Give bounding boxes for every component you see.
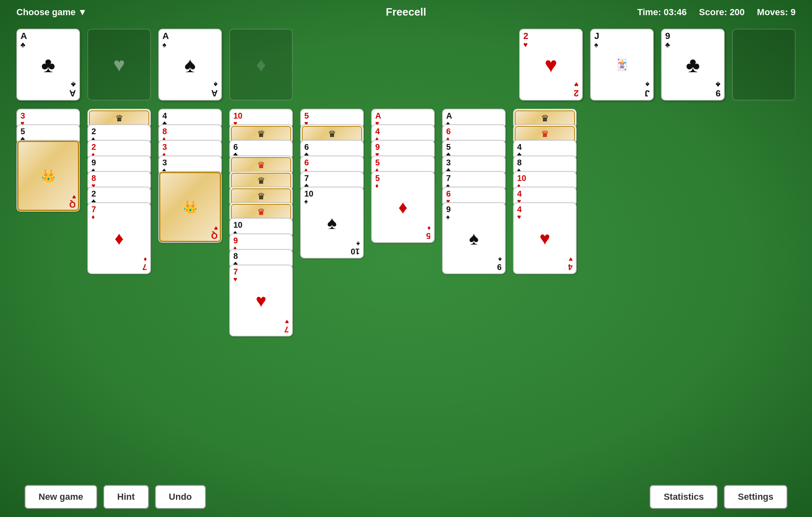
- statistics-button[interactable]: Statistics: [650, 485, 718, 509]
- freecell-4-slot[interactable]: ♦: [229, 29, 293, 101]
- card-rank-top: 3: [162, 158, 167, 167]
- card-rank-top: 7: [304, 174, 309, 182]
- card-suit-bottom: ♠: [498, 256, 502, 263]
- game-stats: Time: 03:46 Score: 200 Moves: 9: [637, 7, 796, 18]
- card-rank-top: 8: [91, 174, 96, 182]
- card-suit-bottom: ♣: [716, 81, 721, 88]
- column-2: J♣♛2♠2♦9♠8♥2♣7♦♦7♦: [87, 109, 151, 274]
- card-center-suit: ♣: [662, 30, 724, 100]
- card-col2-7[interactable]: 7♦♦7♦: [87, 202, 151, 274]
- card-rank-top: 4: [375, 127, 380, 135]
- hint-button[interactable]: Hint: [103, 485, 149, 509]
- card-suit: ♠: [594, 41, 598, 48]
- time-display: Time: 03:46: [637, 7, 687, 18]
- column-6: A♥4♦9♥5♦5♦♦5♦: [371, 109, 435, 243]
- card-suit-bottom: ♠: [214, 81, 218, 88]
- card-suit-bottom: ♥: [72, 194, 76, 200]
- header: Choose game ▼ Freecell Time: 03:46 Score…: [0, 0, 812, 25]
- card-rank-bottom: A: [69, 89, 76, 98]
- card-rank-top: 2: [91, 190, 96, 198]
- foundation-2[interactable]: J ♠ 🃏 J ♠: [590, 29, 654, 101]
- card-rank-bottom: 2: [574, 89, 579, 98]
- settings-button[interactable]: Settings: [724, 485, 787, 509]
- new-game-button[interactable]: New game: [25, 485, 97, 509]
- card-col7-7[interactable]: 9♠♠9♠: [442, 202, 506, 274]
- card-suit-bottom: ♥: [285, 318, 289, 325]
- card-rank-top: 5: [304, 112, 309, 120]
- card-rank-bottom: J: [645, 89, 650, 98]
- card-suit-bottom: ♠: [356, 240, 360, 247]
- card-rank-top: 10: [233, 112, 242, 120]
- card-rank: A: [162, 32, 169, 41]
- card-center: ♦: [372, 172, 434, 242]
- right-buttons: Statistics Settings: [650, 485, 787, 509]
- freecell-2-slot[interactable]: ♥: [87, 29, 151, 101]
- card-rank-top: 5: [21, 127, 25, 135]
- column-7: A♠6♦5♣3♣7♠6♥9♠♠9♠: [442, 109, 506, 274]
- card-center-suit: ♥: [520, 30, 582, 100]
- column-8: K♠♛Q♦♛4♣8♠10♦4♥4♥♥4♥: [513, 109, 577, 274]
- card-suit: ♣: [665, 41, 670, 48]
- card-rank-bottom: 10: [351, 247, 360, 256]
- slot-suit-icon: ♦: [256, 53, 266, 76]
- card-suit: ♥: [523, 41, 528, 48]
- card-rank-bottom: A: [211, 89, 218, 98]
- foundation-3[interactable]: 9 ♣ ♣ 9 ♣: [661, 29, 725, 101]
- foundations: 2 ♥ ♥ 2 ♥ J ♠ 🃏 J ♠ 9 ♣ ♣ 9 ♣: [519, 29, 796, 101]
- columns-row: 3♥5♣Q♥👑Q♥J♣♛2♠2♦9♠8♥2♣7♦♦7♦4♣8♦3♦3♠Q♥👑Q♥…: [16, 109, 796, 336]
- card-rank: J: [594, 32, 599, 41]
- card-suit-bottom: ♦: [144, 256, 147, 263]
- card-col6-5[interactable]: 5♦♦5♦: [371, 171, 435, 243]
- card-rank: A: [21, 32, 27, 41]
- card-center: ♥: [230, 265, 292, 336]
- card-rank-bottom: 9: [716, 89, 721, 98]
- top-row: A ♣ ♣ A ♣ ♥ A ♠ ♠ A ♠ ♦: [16, 29, 796, 101]
- card-rank-top: 8: [517, 158, 522, 167]
- undo-button[interactable]: Undo: [155, 485, 206, 509]
- card-suit-bottom: ♥: [574, 81, 579, 88]
- card-rank-top: 10: [517, 174, 526, 182]
- card-rank-top: 4: [517, 190, 522, 198]
- card-rank-top: 6: [304, 158, 309, 167]
- choose-game-label: Choose game: [16, 7, 75, 18]
- foundation-1[interactable]: 2 ♥ ♥ 2 ♥: [519, 29, 583, 101]
- left-buttons: New game Hint Undo: [25, 485, 206, 509]
- card-suit-bottom: ♥: [569, 256, 573, 263]
- card-col8-7[interactable]: 4♥♥4♥: [513, 202, 577, 274]
- card-col1-3[interactable]: Q♥👑Q♥: [16, 140, 80, 212]
- card-rank-top: 8: [162, 127, 167, 135]
- card-rank-top: 4: [517, 143, 522, 151]
- card-col4-11[interactable]: 7♥♥7♥: [229, 265, 293, 336]
- card-rank-top: 5: [375, 158, 380, 167]
- moves-display: Moves: 9: [757, 7, 796, 18]
- freecells: A ♣ ♣ A ♣ ♥ A ♠ ♠ A ♠ ♦: [16, 29, 293, 101]
- card-suit: ♠: [162, 41, 167, 48]
- card-rank-top: A: [375, 112, 381, 120]
- card-rank-top: 3: [446, 158, 451, 167]
- card-center-suit: 🃏: [591, 30, 653, 100]
- card-suit: ♣: [21, 41, 25, 48]
- choose-game-button[interactable]: Choose game ▼: [16, 7, 87, 18]
- card-rank-bottom: 9: [497, 263, 502, 271]
- card-center: ♦: [88, 203, 150, 273]
- foundation-4-slot[interactable]: [732, 29, 796, 101]
- card-rank-top: 8: [233, 252, 238, 260]
- card-rank: 2: [523, 32, 528, 41]
- card-col5-6[interactable]: 10♠♠10♠: [300, 187, 364, 258]
- card-col3-5[interactable]: Q♥👑Q♥: [158, 171, 222, 243]
- card-suit-bottom: ♠: [645, 81, 650, 88]
- card-rank-top: 3: [162, 143, 167, 151]
- card-rank-top: 9: [91, 158, 96, 167]
- card-center: ♥: [514, 203, 576, 273]
- card-rank-top: 6: [446, 127, 451, 135]
- freecell-3[interactable]: A ♠ ♠ A ♠: [158, 29, 222, 101]
- card-rank-top: 4: [162, 112, 167, 120]
- card-rank-bottom: 7: [284, 325, 289, 334]
- card-rank-top: 10: [233, 221, 242, 229]
- card-center: ♠: [443, 203, 505, 273]
- card-rank-top: 7: [446, 174, 451, 182]
- card-rank-top: 5: [446, 143, 451, 151]
- freecell-1[interactable]: A ♣ ♣ A ♣: [16, 29, 80, 101]
- card-rank: 9: [665, 32, 670, 41]
- bottom-bar: New game Hint Undo Statistics Settings: [0, 485, 812, 509]
